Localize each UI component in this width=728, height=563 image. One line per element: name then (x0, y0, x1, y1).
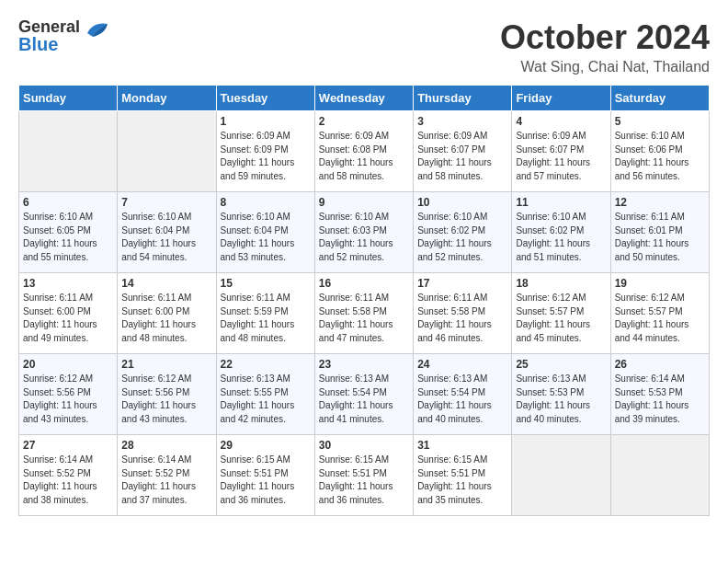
day-number: 5 (615, 115, 705, 128)
page-header: General Blue October 2024 Wat Sing, Chai… (18, 18, 710, 75)
day-number: 4 (516, 115, 606, 128)
day-info: Sunrise: 6:10 AMSunset: 6:05 PMDaylight:… (23, 211, 113, 264)
month-title: October 2024 (500, 18, 710, 57)
day-info: Sunrise: 6:13 AMSunset: 5:55 PMDaylight:… (221, 373, 311, 426)
day-info: Sunrise: 6:15 AMSunset: 5:51 PMDaylight:… (417, 454, 507, 507)
day-number: 21 (121, 358, 211, 371)
calendar-cell: 29Sunrise: 6:15 AMSunset: 5:51 PMDayligh… (216, 435, 314, 516)
day-number: 20 (23, 358, 113, 371)
day-number: 11 (516, 196, 606, 209)
calendar-cell: 24Sunrise: 6:13 AMSunset: 5:54 PMDayligh… (414, 354, 512, 435)
calendar-cell: 5Sunrise: 6:10 AMSunset: 6:06 PMDaylight… (610, 111, 709, 192)
day-info: Sunrise: 6:09 AMSunset: 6:07 PMDaylight:… (516, 130, 606, 183)
day-info: Sunrise: 6:10 AMSunset: 6:06 PMDaylight:… (615, 130, 705, 183)
day-info: Sunrise: 6:10 AMSunset: 6:04 PMDaylight:… (121, 211, 211, 264)
location-title: Wat Sing, Chai Nat, Thailand (500, 59, 710, 75)
day-info: Sunrise: 6:15 AMSunset: 5:51 PMDaylight:… (319, 454, 409, 507)
day-info: Sunrise: 6:11 AMSunset: 5:59 PMDaylight:… (221, 292, 311, 345)
day-number: 3 (417, 115, 507, 128)
day-info: Sunrise: 6:11 AMSunset: 6:00 PMDaylight:… (121, 292, 211, 345)
calendar-cell: 15Sunrise: 6:11 AMSunset: 5:59 PMDayligh… (216, 273, 314, 354)
calendar-cell: 23Sunrise: 6:13 AMSunset: 5:54 PMDayligh… (314, 354, 413, 435)
logo-blue: Blue (18, 35, 80, 53)
calendar-cell: 6Sunrise: 6:10 AMSunset: 6:05 PMDaylight… (19, 192, 118, 273)
day-info: Sunrise: 6:11 AMSunset: 5:58 PMDaylight:… (319, 292, 409, 345)
day-number: 1 (221, 115, 311, 128)
day-number: 7 (121, 196, 211, 209)
day-header-thursday: Thursday (414, 86, 512, 111)
day-info: Sunrise: 6:12 AMSunset: 5:57 PMDaylight:… (615, 292, 705, 345)
day-header-wednesday: Wednesday (314, 86, 413, 111)
day-number: 16 (319, 277, 409, 290)
day-number: 26 (615, 358, 705, 371)
calendar-cell (118, 111, 216, 192)
calendar-cell: 25Sunrise: 6:13 AMSunset: 5:53 PMDayligh… (512, 354, 610, 435)
day-info: Sunrise: 6:12 AMSunset: 5:57 PMDaylight:… (516, 292, 606, 345)
day-header-monday: Monday (118, 86, 216, 111)
day-number: 31 (417, 439, 507, 452)
calendar-cell: 12Sunrise: 6:11 AMSunset: 6:01 PMDayligh… (610, 192, 709, 273)
day-header-tuesday: Tuesday (216, 86, 314, 111)
calendar-cell: 31Sunrise: 6:15 AMSunset: 5:51 PMDayligh… (414, 435, 512, 516)
day-number: 29 (221, 439, 311, 452)
day-number: 8 (221, 196, 311, 209)
day-info: Sunrise: 6:12 AMSunset: 5:56 PMDaylight:… (23, 373, 113, 426)
calendar-cell: 19Sunrise: 6:12 AMSunset: 5:57 PMDayligh… (610, 273, 709, 354)
calendar-cell: 3Sunrise: 6:09 AMSunset: 6:07 PMDaylight… (414, 111, 512, 192)
day-header-friday: Friday (512, 86, 610, 111)
day-number: 2 (319, 115, 409, 128)
calendar-cell (610, 435, 709, 516)
week-row-1: 1Sunrise: 6:09 AMSunset: 6:09 PMDaylight… (19, 111, 710, 192)
logo-bird-icon (84, 20, 109, 44)
day-info: Sunrise: 6:15 AMSunset: 5:51 PMDaylight:… (221, 454, 311, 507)
calendar-cell: 30Sunrise: 6:15 AMSunset: 5:51 PMDayligh… (314, 435, 413, 516)
day-info: Sunrise: 6:09 AMSunset: 6:09 PMDaylight:… (221, 130, 311, 183)
day-info: Sunrise: 6:11 AMSunset: 6:00 PMDaylight:… (23, 292, 113, 345)
day-info: Sunrise: 6:09 AMSunset: 6:08 PMDaylight:… (319, 130, 409, 183)
day-number: 13 (23, 277, 113, 290)
day-number: 27 (23, 439, 113, 452)
day-info: Sunrise: 6:14 AMSunset: 5:52 PMDaylight:… (23, 454, 113, 507)
calendar-cell: 9Sunrise: 6:10 AMSunset: 6:03 PMDaylight… (314, 192, 413, 273)
day-number: 12 (615, 196, 705, 209)
day-number: 15 (221, 277, 311, 290)
calendar-cell: 28Sunrise: 6:14 AMSunset: 5:52 PMDayligh… (118, 435, 216, 516)
logo-text: General Blue (18, 18, 80, 53)
day-number: 28 (121, 439, 211, 452)
day-number: 23 (319, 358, 409, 371)
day-info: Sunrise: 6:14 AMSunset: 5:53 PMDaylight:… (615, 373, 705, 426)
day-number: 30 (319, 439, 409, 452)
logo: General Blue (18, 18, 109, 53)
day-number: 19 (615, 277, 705, 290)
calendar-cell: 7Sunrise: 6:10 AMSunset: 6:04 PMDaylight… (118, 192, 216, 273)
calendar-cell: 21Sunrise: 6:12 AMSunset: 5:56 PMDayligh… (118, 354, 216, 435)
day-header-saturday: Saturday (610, 86, 709, 111)
day-info: Sunrise: 6:13 AMSunset: 5:54 PMDaylight:… (319, 373, 409, 426)
calendar-cell: 2Sunrise: 6:09 AMSunset: 6:08 PMDaylight… (314, 111, 413, 192)
calendar-cell: 1Sunrise: 6:09 AMSunset: 6:09 PMDaylight… (216, 111, 314, 192)
day-info: Sunrise: 6:14 AMSunset: 5:52 PMDaylight:… (121, 454, 211, 507)
calendar-cell (512, 435, 610, 516)
calendar-cell: 20Sunrise: 6:12 AMSunset: 5:56 PMDayligh… (19, 354, 118, 435)
day-number: 22 (221, 358, 311, 371)
week-row-4: 20Sunrise: 6:12 AMSunset: 5:56 PMDayligh… (19, 354, 710, 435)
calendar-cell: 14Sunrise: 6:11 AMSunset: 6:00 PMDayligh… (118, 273, 216, 354)
calendar-cell (19, 111, 118, 192)
day-number: 6 (23, 196, 113, 209)
day-number: 14 (121, 277, 211, 290)
day-info: Sunrise: 6:10 AMSunset: 6:04 PMDaylight:… (221, 211, 311, 264)
day-info: Sunrise: 6:09 AMSunset: 6:07 PMDaylight:… (417, 130, 507, 183)
day-number: 18 (516, 277, 606, 290)
day-info: Sunrise: 6:10 AMSunset: 6:02 PMDaylight:… (417, 211, 507, 264)
calendar-cell: 17Sunrise: 6:11 AMSunset: 5:58 PMDayligh… (414, 273, 512, 354)
calendar-body: 1Sunrise: 6:09 AMSunset: 6:09 PMDaylight… (19, 111, 710, 516)
day-header-sunday: Sunday (19, 86, 118, 111)
calendar-cell: 16Sunrise: 6:11 AMSunset: 5:58 PMDayligh… (314, 273, 413, 354)
calendar-cell: 22Sunrise: 6:13 AMSunset: 5:55 PMDayligh… (216, 354, 314, 435)
day-info: Sunrise: 6:10 AMSunset: 6:03 PMDaylight:… (319, 211, 409, 264)
calendar-cell: 13Sunrise: 6:11 AMSunset: 6:00 PMDayligh… (19, 273, 118, 354)
day-number: 17 (417, 277, 507, 290)
day-info: Sunrise: 6:13 AMSunset: 5:53 PMDaylight:… (516, 373, 606, 426)
day-info: Sunrise: 6:12 AMSunset: 5:56 PMDaylight:… (121, 373, 211, 426)
calendar-cell: 26Sunrise: 6:14 AMSunset: 5:53 PMDayligh… (610, 354, 709, 435)
